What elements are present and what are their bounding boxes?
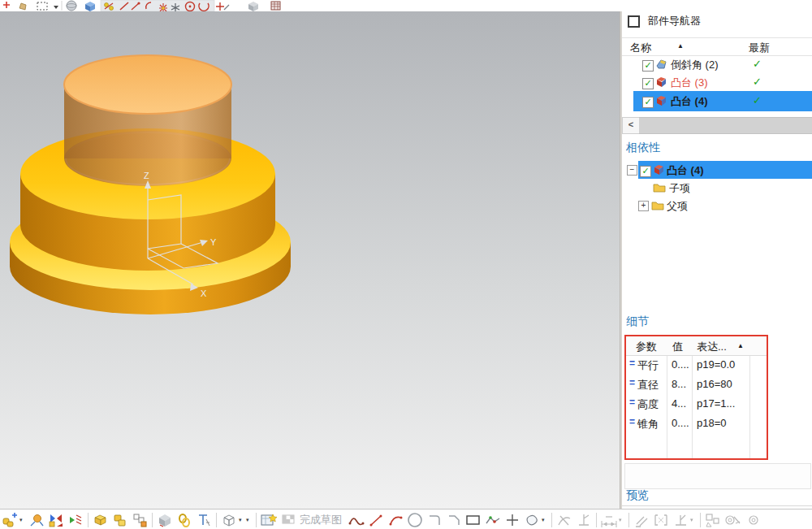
name-column-header[interactable]: 名称	[630, 41, 651, 55]
parameter-row[interactable]: = 高度 4... p17=1...	[626, 394, 767, 414]
sphere-arrows-icon[interactable]	[27, 511, 46, 529]
feature-label[interactable]: 凸台 (3)	[671, 76, 708, 90]
cubes-plus-icon[interactable]	[0, 511, 19, 529]
dropdown-icon[interactable]: ▾	[542, 517, 549, 523]
feature-row-chamfer[interactable]: ✓ 倒斜角 (2) ✓	[622, 55, 812, 73]
collapse-icon[interactable]: −	[627, 165, 637, 176]
dependency-root-row[interactable]: − ✓ 凸台 (4)	[622, 161, 812, 179]
dropdown-icon[interactable]	[54, 6, 58, 9]
dropdown-icon[interactable]: ▾	[19, 517, 27, 523]
boolean-cubes-icon[interactable]	[110, 511, 130, 529]
feature-checkbox[interactable]: ✓	[642, 78, 654, 89]
constraint-box-icon[interactable]	[651, 511, 671, 529]
pattern-curve-icon[interactable]	[703, 511, 723, 529]
toolbar-separator	[628, 513, 629, 527]
region-blob-icon[interactable]	[522, 511, 542, 529]
scrollbar-track[interactable]	[639, 117, 812, 134]
scroll-left-button[interactable]: <	[622, 117, 640, 134]
shaded-cube-icon[interactable]	[248, 2, 258, 11]
parameter-name: 高度	[637, 397, 659, 412]
feature-label[interactable]: 凸台 (4)	[671, 94, 708, 109]
hand-icon[interactable]	[19, 3, 26, 10]
panel-checkbox-icon[interactable]	[628, 15, 640, 28]
plus-line-icon[interactable]	[216, 2, 229, 11]
parameter-column-header[interactable]: 参数	[636, 340, 657, 354]
parents-label[interactable]: 父项	[667, 199, 688, 214]
preview-title: 预览	[626, 488, 649, 503]
project-curve-icon[interactable]	[574, 511, 594, 529]
top-toolbar[interactable]	[0, 0, 812, 12]
circle-icon[interactable]	[405, 511, 425, 529]
toolbar-separator	[152, 513, 153, 527]
sketch-icon[interactable]	[259, 511, 279, 529]
feature-checkbox[interactable]: ✓	[642, 97, 654, 108]
shaded-cube-icon[interactable]	[155, 511, 175, 529]
parameter-row[interactable]: = 直径 8... p16=80	[626, 375, 767, 394]
perpendicular-constraint-icon[interactable]	[671, 511, 690, 529]
mirror-feature-icon[interactable]	[46, 511, 66, 529]
measure-icon[interactable]	[194, 511, 214, 529]
status-column-header[interactable]: 最新	[749, 41, 770, 55]
children-label[interactable]: 子项	[669, 181, 690, 196]
section-icon[interactable]	[66, 511, 85, 529]
uptodate-check-icon: ✓	[753, 58, 762, 70]
preview-placeholder-box	[624, 463, 811, 489]
navigator-column-header[interactable]: 名称 ▲ 最新	[622, 37, 812, 56]
dropdown-icon[interactable]: ▾	[246, 517, 253, 523]
graphics-viewport[interactable]: Z Y X	[0, 11, 620, 509]
boss-feature-icon	[655, 76, 667, 88]
move-face-icon[interactable]	[91, 511, 110, 529]
profile-polyline-icon[interactable]	[483, 511, 503, 529]
gear-tools-icon[interactable]	[723, 511, 742, 529]
trim-icon[interactable]	[555, 511, 574, 529]
value-column-header[interactable]: 值	[672, 340, 683, 354]
expression-equals-icon: =	[629, 358, 635, 369]
parameter-name: 直径	[637, 378, 659, 392]
expand-icon[interactable]: +	[638, 201, 649, 211]
parameter-row[interactable]: = 锥角 0.... p18=0	[626, 414, 767, 433]
expression-column-header[interactable]: 表达...	[697, 340, 727, 354]
nx-application-window: Z Y X 部件导航器 名称 ▲ 最新 ✓ 倒斜角 (2) ✓ ✓	[0, 0, 812, 529]
dependency-root-label[interactable]: 凸台 (4)	[667, 163, 704, 178]
details-header-row[interactable]: 参数 值 表达... ▲	[626, 336, 767, 356]
spline-icon[interactable]	[347, 511, 366, 529]
arc-icon[interactable]	[386, 511, 405, 529]
sphere-icon[interactable]	[67, 1, 76, 11]
feature-row-boss4-selected[interactable]: ✓ 凸台 (4) ✓	[622, 91, 812, 111]
finish-sketch-button[interactable]: 完成草图	[300, 513, 342, 527]
panel-header: 部件导航器	[622, 13, 701, 29]
fillet-icon[interactable]	[425, 511, 444, 529]
sort-ascending-icon[interactable]: ▲	[677, 42, 684, 50]
selection-box-icon[interactable]	[37, 2, 47, 10]
wireframe-cube-icon[interactable]	[219, 511, 239, 529]
bottom-toolbar[interactable]: ▾	[0, 509, 812, 529]
dependency-parents-row[interactable]: + 父项	[622, 197, 812, 215]
gear-tools-icon-2[interactable]	[742, 511, 762, 529]
feature-checkbox[interactable]: ✓	[642, 60, 654, 72]
dropdown-icon[interactable]: ▾	[690, 517, 698, 523]
finish-flag-icon[interactable]	[279, 511, 298, 529]
parameter-row[interactable]: = 平行 0.... p19=0.0	[626, 355, 767, 375]
chamfer-corner-icon[interactable]	[444, 511, 464, 529]
feature-label[interactable]: 倒斜角 (2)	[671, 58, 719, 72]
boss-preview[interactable]	[64, 55, 231, 186]
cube-icon[interactable]	[85, 2, 95, 11]
dimension-icon[interactable]	[599, 511, 619, 529]
horizontal-scrollbar[interactable]: <	[622, 117, 812, 132]
dropdown-icon[interactable]: ▾	[239, 517, 246, 523]
wave-link-icon[interactable]	[175, 511, 194, 529]
feature-checkbox[interactable]: ✓	[640, 166, 651, 177]
parallel-constraint-icon[interactable]	[632, 511, 651, 529]
sort-ascending-icon[interactable]: ▲	[737, 342, 744, 349]
pattern-faces-icon[interactable]	[130, 511, 149, 529]
grid-icon[interactable]	[271, 2, 280, 10]
chamfer-feature-icon	[655, 58, 667, 70]
point-plus-icon[interactable]	[503, 511, 522, 529]
dropdown-icon[interactable]: ▾	[619, 517, 626, 523]
rectangle-icon[interactable]	[464, 511, 483, 529]
line-icon[interactable]	[366, 511, 386, 529]
toolbar-separator	[700, 513, 701, 527]
feature-row-boss3[interactable]: ✓ 凸台 (3) ✓	[622, 73, 812, 91]
crosshair-icon[interactable]	[3, 2, 10, 8]
dependency-children-row[interactable]: 子项	[622, 179, 812, 197]
